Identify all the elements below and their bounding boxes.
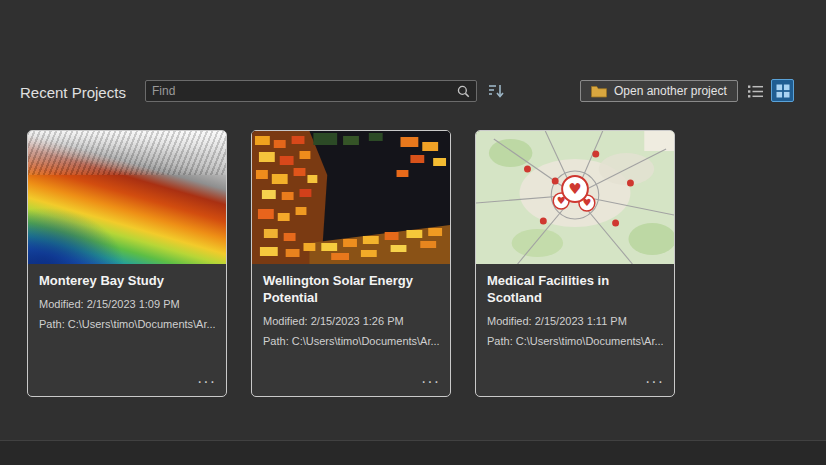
project-card-monterey-bay-study[interactable]: Monterey Bay Study Modified: 2/15/2023 1… (27, 130, 227, 397)
project-title: Wellington Solar Energy Potential (263, 273, 439, 307)
project-title: Monterey Bay Study (39, 273, 215, 290)
path-value: C:\Users\timo\Documents\Ar... (292, 335, 439, 347)
search-icon[interactable] (456, 84, 471, 99)
modified-value: 2/15/2023 1:26 PM (311, 315, 404, 327)
project-card-medical-facilities-scotland[interactable]: ♥ ♥ ♥ Medical Facilities in Scotland Mod… (475, 130, 675, 397)
card-body: Wellington Solar Energy Potential Modifi… (252, 264, 450, 347)
path-label: Path: (39, 318, 65, 330)
project-card-wellington-solar[interactable]: Wellington Solar Energy Potential Modifi… (251, 130, 451, 397)
grid-view-button-selected[interactable] (771, 79, 794, 102)
folder-icon (591, 85, 607, 98)
open-another-project-label: Open another project (614, 84, 727, 98)
path-value: C:\Users\timo\Documents\Ar... (68, 318, 215, 330)
path-label: Path: (263, 335, 289, 347)
project-thumbnail-monterey-bathymetry (28, 131, 226, 264)
sort-descending-icon (487, 82, 505, 100)
page-title: Recent Projects (20, 84, 126, 101)
recent-projects-grid: Monterey Bay Study Modified: 2/15/2023 1… (27, 130, 675, 397)
open-another-project-button[interactable]: Open another project (580, 80, 738, 102)
card-options-button[interactable]: ··· (645, 374, 664, 390)
path-value: C:\Users\timo\Documents\Ar... (516, 335, 663, 347)
card-options-button[interactable]: ··· (421, 374, 440, 390)
card-options-button[interactable]: ··· (197, 374, 216, 390)
card-body: Medical Facilities in Scotland Modified:… (476, 264, 674, 347)
find-search-box[interactable] (145, 80, 477, 102)
modified-label: Modified: (487, 315, 532, 327)
modified-label: Modified: (39, 298, 84, 310)
path-label: Path: (487, 335, 513, 347)
arcgis-start-page: Recent Projects Open another project (0, 0, 826, 465)
hillshade-texture (28, 131, 226, 175)
window-bottom-bar (0, 440, 826, 465)
search-input[interactable] (146, 84, 456, 98)
modified-value: 2/15/2023 1:11 PM (535, 315, 627, 327)
project-thumbnail-scotland-map: ♥ ♥ ♥ (476, 131, 674, 264)
modified-value: 2/15/2023 1:09 PM (87, 298, 180, 310)
list-view-icon (747, 83, 764, 100)
svg-text:♥: ♥ (568, 180, 581, 198)
project-thumbnail-wellington-map (252, 131, 450, 264)
modified-label: Modified: (263, 315, 308, 327)
sort-button[interactable] (487, 82, 505, 100)
card-body: Monterey Bay Study Modified: 2/15/2023 1… (28, 264, 226, 330)
project-title: Medical Facilities in Scotland (487, 273, 663, 307)
grid-view-icon (776, 84, 790, 98)
list-view-button[interactable] (747, 83, 764, 100)
